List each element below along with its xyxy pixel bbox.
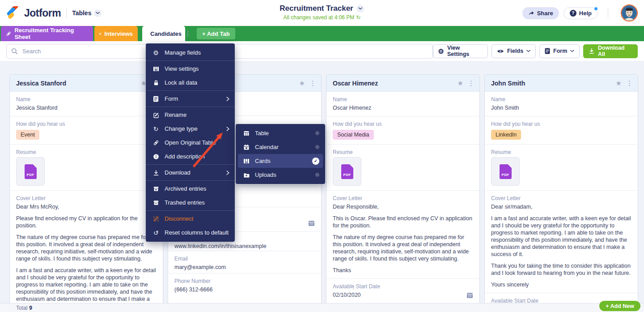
resume-file[interactable]: PDF xyxy=(16,157,45,186)
table-icon xyxy=(99,31,101,37)
submenu-item-uploads[interactable]: Uploads xyxy=(238,168,323,182)
document-title-block: Recruitment Tracker All changes saved at… xyxy=(280,4,364,21)
hear-badge: Event xyxy=(16,130,39,140)
menu-item-open-original-table[interactable]: Open Original Table xyxy=(146,136,235,150)
submenu-item-label: Calendar xyxy=(255,144,279,150)
star-icon[interactable]: ★ xyxy=(299,79,305,87)
card-title: Oscar Himenez xyxy=(333,80,458,87)
cards-icon xyxy=(242,158,250,164)
field-label: Name xyxy=(491,96,631,103)
user-avatar[interactable] xyxy=(621,4,638,21)
field-value: mary@example.com xyxy=(174,264,315,271)
help-label: Help xyxy=(579,10,592,17)
star-icon[interactable]: ★ xyxy=(616,79,622,87)
menu-item-reset-columns[interactable]: ↺ Reset columns to default xyxy=(146,226,235,239)
title-chevron-icon[interactable] xyxy=(357,5,364,13)
field-value: John Smith xyxy=(491,104,631,111)
submenu-item-label: Table xyxy=(255,130,269,137)
resume-file[interactable]: PDF xyxy=(491,157,520,186)
menu-item-manage-fields[interactable]: ⚙ Manage fields xyxy=(146,46,235,60)
menu-item-label: Lock all data xyxy=(165,79,197,86)
pdf-icon: PDF xyxy=(341,164,353,179)
menu-divider xyxy=(146,164,235,165)
add-tab-button[interactable]: + Add Tab xyxy=(197,28,235,39)
tab-label: Interviews xyxy=(104,30,133,37)
submenu-item-table[interactable]: Table xyxy=(238,126,323,140)
tab-interviews[interactable]: Interviews xyxy=(94,26,138,41)
fields-button[interactable]: Fields xyxy=(491,44,536,58)
share-arrow-icon xyxy=(528,10,534,16)
card-kebab-icon[interactable]: ⋮ xyxy=(468,79,473,87)
form-button[interactable]: Form xyxy=(539,44,580,58)
menu-item-label: Add description xyxy=(165,153,205,160)
field-value: Jessica Stanford xyxy=(16,104,157,111)
tab-kebab-menu-icon[interactable]: ⋮ xyxy=(185,30,191,37)
top-header: Jotform Tables Recruitment Tracker All c… xyxy=(0,0,644,26)
download-icon xyxy=(589,48,595,54)
change-type-icon: ↻ xyxy=(152,125,160,132)
field-resume: Resume PDF xyxy=(10,145,163,191)
tab-label: Candidates xyxy=(150,30,182,37)
resume-file[interactable]: PDF xyxy=(333,157,361,186)
total-count: 9 xyxy=(29,305,32,311)
card-kebab-icon[interactable]: ⋮ xyxy=(309,79,315,87)
menu-item-download[interactable]: Download xyxy=(146,166,235,180)
menu-item-change-type[interactable]: ↻ Change type xyxy=(146,122,235,136)
menu-item-view-settings[interactable]: View settings xyxy=(146,62,235,76)
menu-item-archived-entries[interactable]: Archived entries xyxy=(146,182,235,196)
menu-item-disconnect[interactable]: Disconnect xyxy=(146,212,235,226)
product-switcher[interactable]: Tables xyxy=(72,9,102,17)
share-button[interactable]: Share xyxy=(522,7,559,19)
menu-item-form[interactable]: Form xyxy=(146,92,235,106)
menu-item-trashed-entries[interactable]: Trashed entries xyxy=(146,196,235,209)
product-name: Tables xyxy=(72,9,91,17)
tab-recruitment-tracking-sheet[interactable]: Recruitment Tracking Sheet xyxy=(1,26,93,41)
card-header[interactable]: Oscar Himenez ★ ⋮ xyxy=(326,75,479,92)
chevron-down-icon xyxy=(94,9,102,17)
field-cover-letter: Cover Letter Dear sir/madam,I am a fast … xyxy=(485,191,638,293)
total-label: Total xyxy=(16,305,27,311)
download-all-button[interactable]: Download All xyxy=(583,44,638,58)
field-cover-letter: Cover Letter Dear Responsible,This is Os… xyxy=(326,191,479,279)
calendar-icon xyxy=(242,144,250,150)
field-label: Cover Letter xyxy=(491,195,631,202)
card-header[interactable]: John Smith ★ ⋮ xyxy=(485,75,638,92)
menu-item-label: Trashed entries xyxy=(165,199,205,206)
help-button[interactable]: ? Help xyxy=(564,7,598,19)
view-settings-button[interactable]: ⚙ View Settings xyxy=(433,44,488,58)
submenu-item-calendar[interactable]: Calendar xyxy=(238,140,323,154)
field-available-start-date: Available Start Date 02/10/2020 xyxy=(326,279,479,303)
menu-item-add-description[interactable]: Add description xyxy=(146,150,235,163)
calendar-icon xyxy=(308,220,315,227)
menu-item-label: Manage fields xyxy=(165,49,201,56)
header-divider-2 xyxy=(608,8,608,18)
chevron-down-icon xyxy=(570,50,574,52)
menu-item-lock-all-data[interactable]: Lock all data xyxy=(146,76,235,90)
jotform-logo[interactable]: Jotform xyxy=(6,6,61,20)
add-tab-label: + Add Tab xyxy=(202,30,230,37)
card-kebab-icon[interactable]: ⋮ xyxy=(626,79,631,87)
trash-box-icon xyxy=(152,200,160,206)
link-icon xyxy=(6,31,11,37)
candidate-card-oscar-himenez: Oscar Himenez ★ ⋮ Name Oscar Himenez How… xyxy=(326,74,480,303)
card-title: John Smith xyxy=(491,80,616,87)
unselected-dot xyxy=(315,145,319,149)
field-label: How did you hear us xyxy=(491,121,631,128)
field-how-did-you-hear: How did you hear us Event xyxy=(10,116,163,145)
submenu-item-cards[interactable]: Cards ✓ xyxy=(238,154,323,168)
page-title: Recruitment Tracker xyxy=(280,4,353,13)
broken-link-icon xyxy=(152,216,160,222)
cover-letter-text: Dear Mrs McRoy,Please find enclosed my C… xyxy=(16,203,157,303)
menu-item-rename[interactable]: Rename xyxy=(146,108,235,122)
field-name: Name Oscar Himenez xyxy=(326,92,479,116)
view-settings-icon xyxy=(152,66,160,72)
star-icon[interactable]: ★ xyxy=(458,79,463,87)
menu-item-label: Download xyxy=(165,169,191,176)
card-header[interactable]: Jessica Stanford ★ ⋮ xyxy=(10,75,163,92)
field-label: Name xyxy=(333,96,473,103)
unselected-dot xyxy=(315,173,319,177)
archive-icon xyxy=(152,186,160,192)
add-new-button[interactable]: + Add New xyxy=(599,301,640,311)
field-name: Name Jessica Stanford xyxy=(10,92,163,116)
tab-candidates[interactable]: Candidates ⋮ xyxy=(142,26,185,41)
